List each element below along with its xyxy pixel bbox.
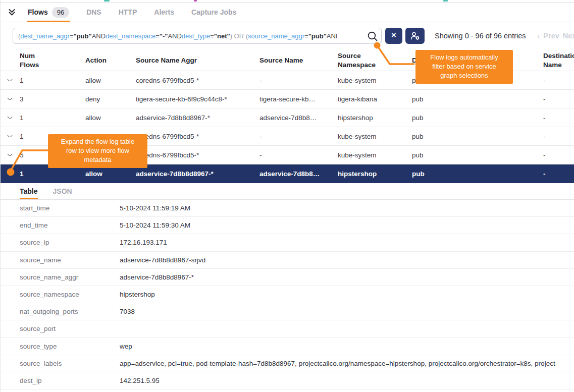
detail-row: source_type wep [1, 338, 574, 355]
query-segment: ANI [327, 32, 338, 40]
action-cell: allow [85, 133, 136, 140]
num-flows-cell: 1 [20, 77, 85, 84]
source-name-cell: - [259, 77, 338, 84]
col-source-name: Source Name [259, 56, 338, 65]
detail-value: adservice-7d8b8d8967-* [120, 273, 574, 281]
query-segment: = [210, 32, 214, 40]
query-segment: dest_name_aggr [20, 32, 70, 40]
flows-count-badge: 96 [52, 7, 69, 18]
source-namespace-cell: tigera-kibana [338, 95, 412, 103]
next-button[interactable]: Next [563, 32, 574, 41]
destination-name-cell: - [543, 133, 574, 140]
action-cell: allow [85, 151, 136, 159]
user-settings-button person-gear-icon[interactable] [405, 28, 425, 44]
detail-row: source_labels app=adservice, pci=true, p… [1, 355, 574, 372]
graph-fragment [194, 0, 197, 2]
col-source-name-aggr: Source Name Aggr [136, 56, 259, 65]
detail-value: 142.251.5.95 [120, 377, 574, 384]
detail-value: 7038 [120, 308, 574, 315]
detail-value: 172.16.193.171 [120, 239, 574, 246]
flow-row[interactable]: 1 allow adservice-7d8b8d8967-* adservice… [1, 108, 574, 127]
chevron-down-icon[interactable] [8, 79, 13, 81]
query-segment: "pub" [308, 32, 327, 40]
detail-value: 5-10-2024 11:59:19 AM [120, 204, 574, 212]
destination-name-cell: - [543, 77, 574, 84]
col-source-namespace: Source Namespace [338, 51, 412, 69]
chevron-down-icon[interactable] [8, 98, 13, 100]
col-dest-name-aggr: Dest Name Aggr [412, 56, 543, 65]
query-segment: "-" [160, 32, 168, 40]
detail-value: app=adservice, pci=true, pod-template-ha… [120, 360, 574, 367]
source-name-cell: tigera-secure-kb… [259, 95, 338, 103]
detail-value: wep [120, 343, 574, 350]
detail-key: dest_ip [20, 377, 120, 384]
action-cell: allow [85, 170, 136, 178]
source-name-cell: - [259, 133, 338, 140]
source-name-aggr-cell: coredns-6799fbcd5-* [136, 77, 259, 84]
flow-row[interactable]: 3 deny tigera-secure-kb-6f9c9c44c8-* tig… [1, 90, 574, 108]
destination-name-cell: - [543, 170, 574, 178]
detail-key: start_time [20, 204, 120, 212]
chevron-left-icon[interactable]: ‹ [537, 32, 540, 41]
query-segment: = [70, 32, 74, 40]
detail-value: adservice-7d8b8d8967-srjvd [120, 256, 574, 264]
tab-flows[interactable]: Flows 96 [27, 3, 70, 22]
detail-key: source_labels [20, 360, 120, 367]
flow-row[interactable]: 5 allow coredns-6799fbcd5-* - kube-syste… [1, 146, 574, 164]
detail-key: source_port [20, 325, 120, 332]
flow-row[interactable]: 1 allow coredns-6799fbcd5-* - kube-syste… [1, 127, 574, 146]
filter-query-input[interactable]: (dest_name_aggr = "pub" AND dest_namespa… [13, 28, 382, 44]
chevron-down-icon[interactable] [8, 173, 13, 175]
detail-row: dest_ip 142.251.5.95 [1, 372, 574, 389]
tab-http[interactable]: HTTP [118, 3, 138, 22]
detail-row: source_name adservice-7d8b8d8967-srjvd [1, 252, 574, 269]
detail-row: start_time 5-10-2024 11:59:19 AM [1, 200, 574, 217]
dest-name-aggr-cell: pub [412, 151, 543, 159]
detail-key: nat_outgoing_ports [20, 308, 120, 315]
detail-tab-table[interactable]: Table [20, 183, 38, 199]
double-chevron-down-icon[interactable] [8, 8, 16, 17]
flow-row[interactable]: 1 allow coredns-6799fbcd5-* - kube-syste… [1, 71, 574, 90]
source-name-aggr-cell: adservice-7d8b8d8967-* [136, 170, 259, 178]
query-segment: dest_namespace [106, 32, 155, 40]
search-icon[interactable] [367, 31, 378, 43]
query-segment: "pub" [74, 32, 92, 40]
source-namespace-cell: hipstershop [338, 114, 412, 122]
query-segment: source_name_aggr [248, 32, 304, 40]
detail-key: source_name_aggr [20, 273, 120, 281]
detail-row: source_namespace hipstershop [1, 286, 574, 303]
detail-tab-json[interactable]: JSON [53, 183, 72, 199]
detail-row: source_name_aggr adservice-7d8b8d8967-* [1, 269, 574, 286]
col-action: Action [85, 56, 136, 65]
detail-key: source_namespace [20, 291, 120, 298]
col-destination-name: Destination Name [543, 51, 574, 69]
dest-name-aggr-cell: pub [412, 95, 543, 103]
graph-fragment [104, 0, 110, 2]
flow-row-selected[interactable]: 1 allow adservice-7d8b8d8967-* adservice… [1, 164, 574, 183]
source-name-cell: - [259, 151, 338, 159]
num-flows-cell: 1 [20, 114, 85, 122]
query-segment: "net" [214, 32, 230, 40]
tab-flows-label: Flows [28, 8, 48, 16]
source-name-aggr-cell: coredns-6799fbcd5-* [136, 151, 259, 159]
detail-key: source_ip [20, 239, 120, 246]
chevron-down-icon[interactable] [8, 117, 13, 119]
tab-capture-jobs[interactable]: Capture Jobs [190, 3, 237, 22]
tab-dns[interactable]: DNS [85, 3, 102, 22]
logs-tab-bar: Flows 96 DNS HTTP Alerts Capture Jobs [1, 3, 574, 22]
action-cell: allow [85, 114, 136, 122]
clear-filter-button close-icon[interactable]: × [385, 28, 402, 44]
destination-name-cell: - [543, 151, 574, 159]
detail-row: source_ip 172.16.193.171 [1, 234, 574, 251]
prev-button[interactable]: Prev [543, 32, 559, 41]
num-flows-cell: 3 [20, 95, 85, 103]
tab-alerts[interactable]: Alerts [153, 3, 175, 22]
chevron-down-icon[interactable] [8, 135, 13, 137]
query-segment: dest_type [182, 32, 210, 40]
detail-key: source_type [20, 343, 120, 350]
source-name-aggr-cell: tigera-secure-kb-6f9c9c44c8-* [136, 95, 259, 103]
destination-name-cell: - [543, 114, 574, 122]
source-name-aggr-cell: coredns-6799fbcd5-* [136, 133, 259, 140]
chevron-down-icon[interactable] [8, 154, 13, 156]
graph-fragment [443, 0, 448, 2]
